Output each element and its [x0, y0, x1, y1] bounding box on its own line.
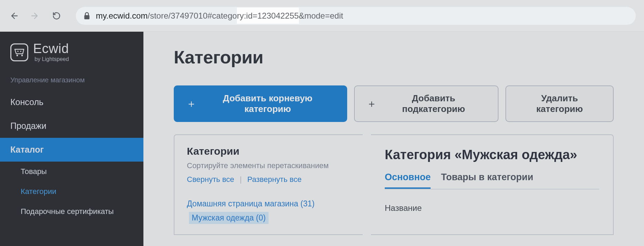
tab-products[interactable]: Товары в категории — [441, 172, 533, 188]
sidebar-sub-categories[interactable]: Категории — [0, 182, 143, 202]
sidebar: Ecwid by Lightspeed Управление магазином… — [0, 32, 143, 246]
logo-name: Ecwid — [33, 42, 69, 55]
page-title: Категории — [174, 47, 614, 68]
tree-root-item[interactable]: Домашняя страница магазина (31) — [187, 199, 314, 208]
buttons-row: ＋ Добавить корневую категорию ＋ Добавить… — [174, 85, 614, 122]
category-detail-panel: Категория «Мужская одежда» Основное Това… — [371, 134, 614, 235]
svg-rect-0 — [84, 15, 90, 19]
sidebar-item-console[interactable]: Консоль — [0, 90, 143, 114]
category-tree: Домашняя страница магазина (31) Мужская … — [187, 199, 350, 224]
sidebar-item-sales[interactable]: Продажи — [0, 114, 143, 138]
logo-icon — [10, 43, 28, 61]
sidebar-heading: Управление магазином — [0, 67, 143, 90]
delete-category-button[interactable]: Удалить категорию — [505, 85, 614, 122]
app-root: Ecwid by Lightspeed Управление магазином… — [0, 32, 644, 246]
svg-point-2 — [21, 54, 23, 56]
svg-point-4 — [20, 51, 21, 52]
lock-icon — [83, 12, 90, 20]
expand-all-link[interactable]: Развернуть все — [247, 175, 301, 184]
category-detail-heading: Категория «Мужская одежда» — [385, 147, 599, 162]
logo-sub: by Lightspeed — [33, 56, 69, 62]
collapse-all-link[interactable]: Свернуть все — [187, 175, 234, 184]
reload-button[interactable] — [51, 10, 62, 21]
sort-hint: Сортируйте элементы перетаскиванием — [187, 161, 350, 170]
add-subcategory-button[interactable]: ＋ Добавить подкатегорию — [354, 85, 499, 122]
content: Категории ＋ Добавить корневую категорию … — [143, 32, 644, 246]
field-name-label: Название — [385, 203, 599, 213]
back-button[interactable] — [8, 10, 19, 21]
delete-category-label: Удалить категорию — [518, 93, 601, 114]
tab-main[interactable]: Основное — [385, 172, 431, 188]
sidebar-sub-giftcards[interactable]: Подарочные сертификаты — [0, 202, 143, 222]
add-subcategory-label: Добавить подкатегорию — [381, 93, 486, 114]
forward-button[interactable] — [30, 10, 41, 21]
sidebar-item-catalog[interactable]: Каталог — [0, 138, 143, 162]
categories-tree-panel: Категории Сортируйте элементы перетаскив… — [174, 134, 363, 235]
url-text: my.ecwid.com/store/37497010#category:id=… — [96, 11, 343, 21]
add-root-category-button[interactable]: ＋ Добавить корневую категорию — [174, 85, 347, 122]
address-bar[interactable]: my.ecwid.com/store/37497010#category:id=… — [76, 7, 636, 25]
logo[interactable]: Ecwid by Lightspeed — [0, 32, 143, 67]
svg-point-3 — [17, 51, 19, 52]
svg-point-1 — [17, 54, 18, 56]
tabs: Основное Товары в категории — [385, 172, 599, 189]
panels: Категории Сортируйте элементы перетаскив… — [174, 134, 614, 235]
sidebar-sub-products[interactable]: Товары — [0, 162, 143, 182]
separator: | — [240, 175, 242, 184]
tree-child-selected[interactable]: Мужская одежда (0) — [189, 212, 269, 224]
add-root-category-label: Добавить корневую категорию — [201, 93, 335, 114]
tree-heading: Категории — [187, 145, 350, 157]
browser-toolbar: my.ecwid.com/store/37497010#category:id=… — [0, 0, 644, 32]
